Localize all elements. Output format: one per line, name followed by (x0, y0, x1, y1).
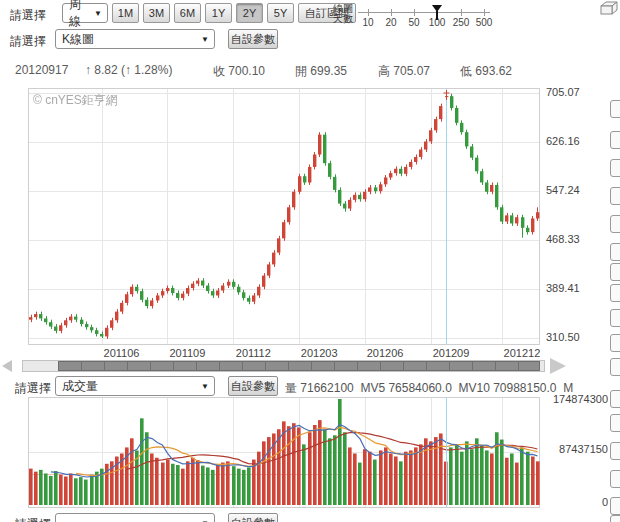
price-x-label: 201209 (433, 347, 470, 359)
volume-y-label: 87437150 (544, 443, 608, 455)
clipped-toolbar-button[interactable] (610, 131, 620, 149)
clipped-toolbar-button[interactable] (610, 100, 620, 118)
clipped-toolbar-button[interactable] (610, 243, 620, 261)
price-x-label: 201212 (504, 347, 541, 359)
price-x-label: 201206 (367, 347, 404, 359)
price-x-label: 201112 (236, 347, 271, 359)
price-y-label: 547.24 (546, 184, 580, 196)
clipped-toolbar-button[interactable] (610, 442, 620, 460)
range-button-1m[interactable]: 1M (112, 3, 139, 23)
bottom-select-label: 請選擇 (15, 516, 51, 522)
chart-type-select-label: 請選擇 (10, 33, 46, 50)
chevron-down-icon: ▼ (196, 519, 214, 522)
timeframe-select-label: 請選擇 (10, 7, 46, 24)
indicator-params-button[interactable]: 自設參數 (228, 376, 278, 396)
quote-high: 高 705.07 (378, 63, 430, 80)
clipped-toolbar-button[interactable] (610, 515, 620, 522)
volume-y-label: 174874300 (544, 393, 608, 405)
volume-chart-panel: 174874300874371500 (0, 397, 620, 508)
printer-icon[interactable] (597, 1, 620, 17)
range-button-6m[interactable]: 6M (174, 3, 201, 23)
slider-tick (414, 9, 415, 16)
clipped-toolbar-button[interactable] (610, 284, 620, 302)
clipped-toolbar-button[interactable] (610, 215, 620, 233)
slider-tick (391, 9, 392, 16)
close-value: 700.10 (228, 64, 265, 78)
clipped-toolbar-button[interactable] (610, 390, 620, 408)
chart-scrollbar-thumb[interactable] (58, 361, 540, 371)
price-y-label: 389.41 (546, 282, 580, 294)
price-y-label: 626.16 (546, 135, 580, 147)
open-value: 699.35 (310, 64, 347, 78)
slider-rail[interactable] (358, 12, 490, 13)
clipped-toolbar-button[interactable] (610, 159, 620, 177)
chevron-down-icon: ▼ (89, 9, 107, 18)
volume-y-label: 0 (544, 496, 608, 508)
low-value: 693.62 (475, 64, 512, 78)
chart-type-value: K線圖 (62, 31, 94, 48)
chart-days-slider[interactable]: 10 20 50 100 250 500 (356, 3, 496, 29)
watermark: © cnYES鉅亨網 (33, 92, 118, 109)
timeframe-dropdown[interactable]: 周線 ▼ (62, 3, 108, 23)
quote-low: 低 693.62 (460, 63, 512, 80)
chart-days-label: 線圖 天數 (333, 4, 353, 24)
chevron-down-icon: ▼ (196, 35, 214, 44)
price-x-axis: 2011062011092011122012032012062012092012… (0, 347, 620, 359)
range-button-5y[interactable]: 5Y (267, 3, 294, 23)
bottom-dropdown[interactable]: ▼ (55, 513, 215, 522)
chart-type-dropdown[interactable]: K線圖 ▼ (55, 29, 215, 49)
clipped-toolbar-button[interactable] (610, 187, 620, 205)
clipped-toolbar-button[interactable] (610, 334, 620, 352)
slider-tick (461, 9, 462, 16)
slider-tick-label: 250 (453, 17, 470, 28)
clipped-toolbar-button[interactable] (610, 309, 620, 327)
price-y-label: 705.07 (546, 86, 580, 98)
high-value: 705.07 (393, 64, 430, 78)
quote-close: 收 700.10 (213, 63, 265, 80)
clipped-toolbar-button[interactable] (610, 414, 620, 432)
slider-tick-label: 10 (362, 17, 373, 28)
scroll-right-arrow-icon[interactable] (550, 358, 566, 374)
price-x-label: 201203 (301, 347, 338, 359)
slider-tick-label: 20 (385, 17, 396, 28)
slider-tick (368, 9, 369, 16)
stock-chart-app: { "header": { "row1": { "label": "請選擇", … (0, 0, 620, 522)
chevron-down-icon: ▼ (196, 382, 214, 391)
slider-thumb[interactable] (432, 5, 442, 12)
range-button-3m[interactable]: 3M (143, 3, 170, 23)
quote-date: 20120917 (15, 63, 68, 77)
slider-tick (484, 9, 485, 16)
timeframe-value: 周線 (69, 0, 89, 30)
quote-open: 開 699.35 (295, 63, 347, 80)
low-label: 低 (460, 64, 472, 78)
range-button-1y[interactable]: 1Y (205, 3, 232, 23)
quote-change: ↑ 8.82 (↑ 1.28%) (85, 63, 172, 77)
clipped-toolbar-button[interactable] (610, 358, 620, 376)
volume-chart-canvas[interactable] (28, 397, 540, 508)
bottom-params-button[interactable]: 自設參數 (228, 513, 278, 522)
close-label: 收 (213, 64, 225, 78)
clipped-toolbar-button[interactable] (610, 470, 620, 488)
slider-tick-label: 500 (476, 17, 493, 28)
price-chart-panel: © cnYES鉅亨網 705.07626.16547.24468.33389.4… (0, 88, 620, 345)
chart-scrollbar-track[interactable] (22, 360, 545, 372)
chart-params-button[interactable]: 自設參數 (228, 29, 278, 49)
indicator-select-label: 請選擇 (15, 380, 51, 397)
indicator-dropdown[interactable]: 成交量 ▼ (55, 376, 215, 396)
indicator-value: 成交量 (62, 378, 98, 395)
chart-days-label-line2: 天數 (333, 14, 353, 24)
price-y-label: 468.33 (546, 233, 580, 245)
scroll-left-arrow-icon[interactable] (2, 360, 12, 372)
open-label: 開 (295, 64, 307, 78)
clipped-toolbar-button[interactable] (610, 497, 620, 515)
clipped-toolbar-button[interactable] (610, 263, 620, 281)
price-x-label: 201109 (169, 347, 205, 359)
price-x-label: 201106 (104, 347, 140, 359)
price-y-label: 310.50 (546, 331, 580, 343)
range-button-2y[interactable]: 2Y (236, 3, 263, 23)
price-chart-canvas[interactable] (28, 88, 540, 345)
slider-tick-label: 50 (408, 17, 419, 28)
high-label: 高 (378, 64, 390, 78)
